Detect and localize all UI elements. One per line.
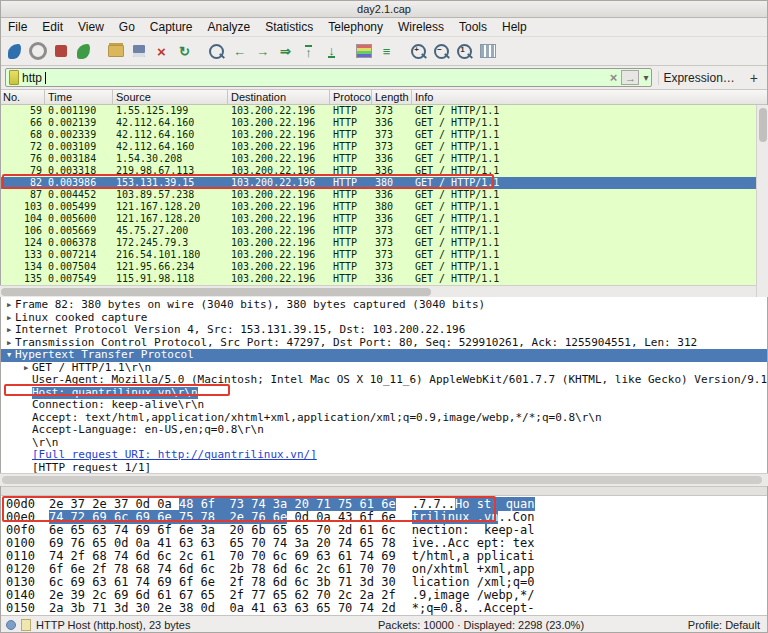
column-header-length[interactable]: Length — [372, 90, 412, 104]
scrollbar-thumb[interactable] — [1, 288, 431, 296]
menu-item[interactable]: Help — [502, 20, 527, 34]
filter-apply-icon[interactable]: → — [621, 70, 639, 85]
detail-line[interactable]: ▶ Transmission Control Protocol, Src Por… — [3, 337, 768, 350]
status-profile[interactable]: Profile: Default — [688, 619, 762, 631]
colorize-packets-icon[interactable] — [353, 41, 374, 62]
expander-icon[interactable]: ▶ — [3, 337, 15, 350]
packet-row[interactable]: 124 0.006378 172.245.79.3 103.200.22.196… — [0, 237, 768, 249]
menu-item[interactable]: Wireless — [398, 20, 444, 34]
menu-item[interactable]: Statistics — [265, 20, 313, 34]
go-first-packet-icon[interactable]: ↑ — [298, 41, 319, 62]
reload-capture-icon[interactable]: ↻ — [174, 41, 195, 62]
expander-icon[interactable] — [20, 374, 32, 387]
scrollbar-thumb[interactable] — [2, 476, 762, 484]
zoom-100-icon[interactable]: 1 — [454, 41, 475, 62]
menu-item[interactable]: View — [78, 20, 104, 34]
column-header-source[interactable]: Source — [113, 90, 228, 104]
packet-row[interactable]: 106 0.005669 45.75.27.200 103.200.22.196… — [0, 225, 768, 237]
capture-comment-icon[interactable] — [21, 619, 31, 631]
packet-row[interactable]: 103 0.005499 121.167.128.20 103.200.22.1… — [0, 201, 768, 213]
detail-line[interactable]: [Full request URI: http://quantrilinux.v… — [3, 449, 768, 462]
resize-columns-icon[interactable] — [477, 41, 498, 62]
menu-item[interactable]: Go — [119, 20, 135, 34]
expression-button[interactable]: Expression… — [658, 71, 738, 85]
detail-line[interactable]: Connection: keep-alive\r\n — [3, 399, 768, 412]
display-filter-input[interactable]: http × → ▾ — [5, 68, 652, 87]
packet-row[interactable]: 66 0.002139 42.112.64.160 103.200.22.196… — [0, 117, 768, 129]
menu-item[interactable]: Capture — [150, 20, 193, 34]
menu-item[interactable]: Edit — [42, 20, 63, 34]
detail-line[interactable]: ▶ Linux cooked capture — [3, 312, 768, 325]
packet-row[interactable]: 134 0.007504 121.95.66.234 103.200.22.19… — [0, 261, 768, 273]
packet-row[interactable]: 133 0.007214 216.54.101.180 103.200.22.1… — [0, 249, 768, 261]
zoom-out-icon[interactable]: − — [431, 41, 452, 62]
title-bar[interactable]: day2.1.cap — [0, 0, 768, 18]
expander-icon[interactable]: ▶ — [3, 324, 15, 337]
packet-row[interactable]: 82 0.003986 153.131.39.15 103.200.22.196… — [0, 177, 768, 189]
column-header-no[interactable]: No. — [0, 90, 45, 104]
expander-icon[interactable]: ▶ — [3, 299, 15, 312]
detail-line[interactable]: ▼ Hypertext Transfer Protocol — [0, 349, 768, 362]
find-packet-icon[interactable] — [206, 41, 227, 62]
pane-splitter[interactable] — [0, 486, 768, 496]
detail-line[interactable]: Accept-Language: en-US,en;q=0.8\r\n — [3, 424, 768, 437]
packet-row[interactable]: 135 0.007549 115.91.98.118 103.200.22.19… — [0, 273, 768, 285]
filter-bookmark-icon[interactable] — [9, 70, 19, 85]
column-header-time[interactable]: Time — [45, 90, 113, 104]
column-header-protocol[interactable]: Protocol — [330, 90, 372, 104]
hex-row[interactable]: 01502a 3b 71 3d 30 2e 38 0d 0a 41 63 63 … — [6, 602, 768, 615]
menu-item[interactable]: File — [8, 20, 27, 34]
column-header-destination[interactable]: Destination — [228, 90, 330, 104]
detail-line[interactable]: Host: quantrilinux.vn\r\n — [3, 387, 768, 400]
expert-info-icon[interactable] — [6, 620, 16, 630]
detail-line[interactable]: [HTTP request 1/1] — [3, 462, 768, 474]
expander-icon[interactable] — [20, 437, 32, 450]
go-to-packet-icon[interactable]: ⇒ — [275, 41, 296, 62]
expander-icon[interactable]: ▶ — [3, 312, 15, 325]
expander-icon[interactable] — [20, 412, 32, 425]
save-capture-icon[interactable] — [128, 41, 149, 62]
filter-dropdown-icon[interactable]: ▾ — [643, 72, 648, 83]
go-forward-icon[interactable]: → — [252, 41, 273, 62]
detail-line[interactable]: User-Agent: Mozilla/5.0 (Macintosh; Inte… — [3, 374, 768, 387]
expander-icon[interactable] — [20, 424, 32, 437]
packet-row[interactable]: 76 0.003184 1.54.30.208 103.200.22.196 H… — [0, 153, 768, 165]
menu-item[interactable]: Telephony — [328, 20, 383, 34]
packet-row[interactable]: 87 0.004452 103.89.57.238 103.200.22.196… — [0, 189, 768, 201]
detail-line[interactable]: ▶ GET / HTTP/1.1\r\n — [3, 362, 768, 375]
capture-stop-icon[interactable] — [50, 41, 71, 62]
open-capture-icon[interactable] — [105, 41, 126, 62]
expander-icon[interactable] — [20, 462, 32, 474]
go-back-icon[interactable]: ← — [229, 41, 250, 62]
filter-clear-icon[interactable]: × — [610, 70, 618, 85]
detail-line[interactable]: \r\n — [3, 437, 768, 450]
detail-line[interactable]: ▶ Internet Protocol Version 4, Src: 153.… — [3, 324, 768, 337]
expander-icon[interactable] — [20, 449, 32, 462]
expander-icon[interactable] — [20, 387, 32, 400]
add-filter-button[interactable]: + — [745, 70, 763, 86]
menu-item[interactable]: Tools — [459, 20, 487, 34]
packet-row[interactable]: 104 0.005600 121.167.128.20 103.200.22.1… — [0, 213, 768, 225]
column-header-info[interactable]: Info — [412, 90, 768, 104]
scrollbar-thumb[interactable] — [759, 108, 767, 142]
detail-line[interactable]: Accept: text/html,application/xhtml+xml,… — [3, 412, 768, 425]
capture-start-icon[interactable] — [4, 41, 25, 62]
details-hscrollbar[interactable] — [0, 473, 768, 486]
menu-item[interactable]: Analyze — [208, 20, 251, 34]
packet-list-hscrollbar[interactable] — [0, 285, 768, 297]
zoom-in-icon[interactable]: + — [408, 41, 429, 62]
expander-icon[interactable]: ▶ — [20, 362, 32, 375]
autoscroll-icon[interactable]: ≡ — [376, 41, 397, 62]
packet-row[interactable]: 79 0.003318 219.98.67.113 103.200.22.196… — [0, 165, 768, 177]
packet-list-vscrollbar[interactable] — [756, 105, 768, 297]
close-capture-icon[interactable]: × — [151, 41, 172, 62]
packet-row[interactable]: 68 0.002339 42.112.64.160 103.200.22.196… — [0, 129, 768, 141]
detail-line[interactable]: ▶ Frame 82: 380 bytes on wire (3040 bits… — [3, 299, 768, 312]
expander-icon[interactable]: ▼ — [3, 349, 15, 362]
go-last-packet-icon[interactable]: ↓ — [321, 41, 342, 62]
packet-row[interactable]: 72 0.003109 42.112.64.160 103.200.22.196… — [0, 141, 768, 153]
capture-restart-icon[interactable] — [73, 41, 94, 62]
packet-row[interactable]: 59 0.001190 1.55.125.199 103.200.22.196 … — [0, 105, 768, 117]
capture-options-icon[interactable] — [27, 41, 48, 62]
expander-icon[interactable] — [20, 399, 32, 412]
